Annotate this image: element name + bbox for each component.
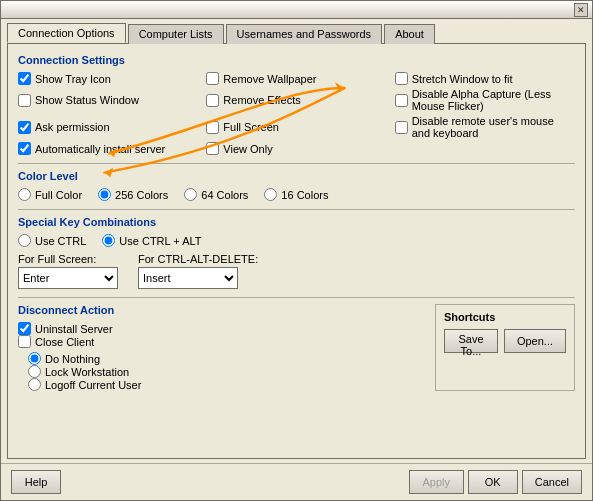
disconnect-title: Disconnect Action xyxy=(18,304,425,316)
fullscreen-label: For Full Screen: xyxy=(18,253,118,265)
ok-button[interactable]: OK xyxy=(468,470,518,494)
tab-connection-options[interactable]: Connection Options xyxy=(7,23,126,43)
checkbox-view-only[interactable]: View Only xyxy=(206,142,386,155)
color-level-section: Color Level Full Color 256 Colors 64 Col… xyxy=(18,170,575,201)
ctrlaltdel-select[interactable]: Insert Delete F1 xyxy=(138,267,238,289)
radio-use-ctrl-alt[interactable]: Use CTRL + ALT xyxy=(102,234,201,247)
shortcuts-section: Shortcuts Save To... Open... xyxy=(435,304,575,391)
checkbox-disable-alpha[interactable]: Disable Alpha Capture (Less Mouse Flicke… xyxy=(395,88,575,112)
ctrlaltdel-dropdown-group: For CTRL-ALT-DELETE: Insert Delete F1 xyxy=(138,253,258,289)
title-bar: ✕ xyxy=(1,1,592,19)
divider-3 xyxy=(18,297,575,298)
checkbox-show-status[interactable]: Show Status Window xyxy=(18,88,198,112)
checkbox-disable-remote-mouse[interactable]: Disable remote user's mouse and keyboard xyxy=(395,115,575,139)
content-area: Connection Settings Show Tray Icon Remov… xyxy=(7,43,586,459)
save-to-button[interactable]: Save To... xyxy=(444,329,498,353)
checkbox-show-tray-icon[interactable]: Show Tray Icon xyxy=(18,72,198,85)
close-button[interactable]: ✕ xyxy=(574,3,588,17)
radio-logoff[interactable]: Logoff Current User xyxy=(28,378,425,391)
checkbox-remove-effects[interactable]: Remove Effects xyxy=(206,88,386,112)
ctrl-radios: Use CTRL Use CTRL + ALT xyxy=(18,234,575,247)
checkbox-remove-wallpaper[interactable]: Remove Wallpaper xyxy=(206,72,386,85)
radio-do-nothing[interactable]: Do Nothing xyxy=(28,352,425,365)
radio-256-colors[interactable]: 256 Colors xyxy=(98,188,168,201)
bottom-bar: Help Apply OK Cancel xyxy=(1,463,592,500)
disconnect-radios: Do Nothing Lock Workstation Logoff Curre… xyxy=(28,352,425,391)
color-level-radios: Full Color 256 Colors 64 Colors 16 Color… xyxy=(18,188,575,201)
checkbox-auto-install[interactable]: Automatically install server xyxy=(18,142,198,155)
fullscreen-dropdown-group: For Full Screen: Enter Tab Escape xyxy=(18,253,118,289)
checkbox-full-screen[interactable]: Full Screen xyxy=(206,115,386,139)
content-wrapper: Connection Settings Show Tray Icon Remov… xyxy=(18,54,575,391)
shortcuts-buttons: Save To... Open... xyxy=(444,329,566,353)
radio-full-color[interactable]: Full Color xyxy=(18,188,82,201)
open-button[interactable]: Open... xyxy=(504,329,566,353)
special-keys-section: Special Key Combinations Use CTRL Use CT… xyxy=(18,216,575,289)
checkbox-close-client[interactable]: Close Client xyxy=(18,335,425,348)
checkbox-stretch-window[interactable]: Stretch Window to fit xyxy=(395,72,575,85)
shortcuts-title: Shortcuts xyxy=(444,311,566,323)
disconnect-section: Disconnect Action Uninstall Server Close… xyxy=(18,304,425,391)
radio-64-colors[interactable]: 64 Colors xyxy=(184,188,248,201)
apply-button[interactable]: Apply xyxy=(409,470,464,494)
divider-1 xyxy=(18,163,575,164)
divider-2 xyxy=(18,209,575,210)
dropdowns-row: For Full Screen: Enter Tab Escape For CT… xyxy=(18,253,575,289)
connection-settings-title: Connection Settings xyxy=(18,54,575,66)
help-button[interactable]: Help xyxy=(11,470,61,494)
special-keys-title: Special Key Combinations xyxy=(18,216,575,228)
tab-about[interactable]: About xyxy=(384,24,435,44)
cancel-button[interactable]: Cancel xyxy=(522,470,582,494)
checkbox-ask-permission[interactable]: Ask permission xyxy=(18,115,198,139)
tab-computer-lists[interactable]: Computer Lists xyxy=(128,24,224,44)
radio-use-ctrl[interactable]: Use CTRL xyxy=(18,234,86,247)
ctrlaltdel-label: For CTRL-ALT-DELETE: xyxy=(138,253,258,265)
fullscreen-select[interactable]: Enter Tab Escape xyxy=(18,267,118,289)
radio-lock-workstation[interactable]: Lock Workstation xyxy=(28,365,425,378)
tabs-bar: Connection Options Computer Lists Userna… xyxy=(1,19,592,43)
checkbox-uninstall-server[interactable]: Uninstall Server xyxy=(18,322,425,335)
bottom-sections: Disconnect Action Uninstall Server Close… xyxy=(18,304,575,391)
main-window: ✕ Connection Options Computer Lists User… xyxy=(0,0,593,501)
disconnect-checkboxes: Uninstall Server Close Client xyxy=(18,322,425,348)
color-level-title: Color Level xyxy=(18,170,575,182)
radio-16-colors[interactable]: 16 Colors xyxy=(264,188,328,201)
tab-usernames-passwords[interactable]: Usernames and Passwords xyxy=(226,24,383,44)
